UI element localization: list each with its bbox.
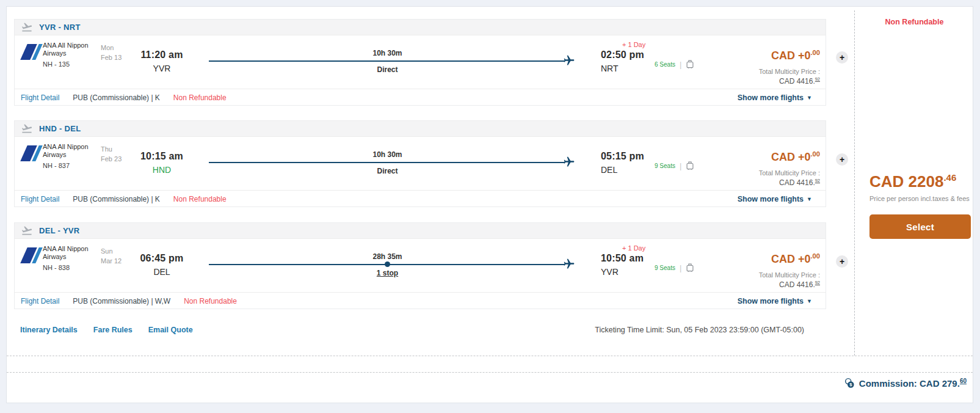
airline-logo xyxy=(20,43,42,61)
divider xyxy=(7,372,973,373)
day-label: Thu xyxy=(101,144,122,154)
segment-route: YVR - NRT xyxy=(39,23,81,32)
stops-label: Direct xyxy=(209,167,566,175)
segment-footer: Flight Detail PUB (Commissionable) | W,W… xyxy=(15,292,826,309)
seats-count: 9 Seats xyxy=(655,265,675,271)
departure-airport: HND xyxy=(128,165,195,175)
plane-icon xyxy=(563,258,575,270)
itinerary-card: YVR - NRT ANA All Nippon Airways NH - 13… xyxy=(6,6,973,403)
commission-value: Commission: CAD 279.60 xyxy=(859,378,967,389)
flight-number: NH - 837 xyxy=(43,162,101,170)
departure-time: 06:45 pm xyxy=(128,253,195,264)
segment-footer: Flight Detail PUB (Commissionable) | K N… xyxy=(15,89,826,106)
segment-route: HND - DEL xyxy=(39,124,81,133)
flight-number: NH - 135 xyxy=(43,60,101,68)
total-fare-block: CAD 2208.46 Price per person incl.taxes … xyxy=(869,172,967,202)
flight-row: ANA All Nippon Airways NH - 837 Thu Feb … xyxy=(15,137,826,190)
seats-count: 9 Seats xyxy=(655,163,675,169)
separator: | xyxy=(680,161,681,170)
segment-price-block: CAD +0.00 Total Multicity Price : CAD 44… xyxy=(759,252,820,289)
flight-detail-link[interactable]: Flight Detail xyxy=(21,195,59,203)
price-delta: CAD +0.00 xyxy=(759,150,820,164)
add-flight-button[interactable]: + xyxy=(836,255,848,268)
refundability-label: Non Refundable xyxy=(184,297,237,305)
segment-header: DEL - YVR xyxy=(15,223,826,239)
airline-name: ANA All Nippon Airways xyxy=(43,245,101,261)
price-delta: CAD +0.00 xyxy=(759,252,820,266)
email-quote-link[interactable]: Email Quote xyxy=(148,326,193,334)
select-button[interactable]: Select xyxy=(869,214,971,239)
separator: | xyxy=(680,263,681,272)
segment-header: HND - DEL xyxy=(15,121,826,137)
fare-code: PUB (Commissionable) | W,W xyxy=(73,297,170,305)
departure-time: 10:15 am xyxy=(128,151,195,162)
takeoff-plane-icon xyxy=(21,226,33,236)
total-price-value: CAD 4416.92 xyxy=(759,76,820,86)
departure-airport: YVR xyxy=(128,64,195,73)
flight-line xyxy=(209,60,565,62)
flight-number: NH - 838 xyxy=(43,264,101,272)
plane-icon xyxy=(563,54,575,67)
show-more-flights-link[interactable]: Show more flights▼ xyxy=(738,93,812,102)
total-fare: CAD 2208.46 xyxy=(869,172,967,191)
fare-rules-link[interactable]: Fare Rules xyxy=(93,326,132,334)
segment-price-block: CAD +0.00 Total Multicity Price : CAD 44… xyxy=(759,49,820,86)
commission-row: $ Commission: CAD 279.60 xyxy=(844,375,967,392)
departure-block: 10:15 am HND xyxy=(128,151,195,175)
airline-block: ANA All Nippon Airways NH - 135 xyxy=(43,42,101,68)
segment-header: YVR - NRT xyxy=(15,20,826,35)
svg-text:$: $ xyxy=(849,382,852,387)
duration-label: 10h 30m xyxy=(209,49,566,57)
flight-segment: YVR - NRT ANA All Nippon Airways NH - 13… xyxy=(14,19,826,106)
takeoff-plane-icon xyxy=(21,124,33,134)
flight-path: 10h 30m Direct xyxy=(209,137,575,190)
refundability-badge: Non Refundable xyxy=(855,18,974,26)
segment-footer: Flight Detail PUB (Commissionable) | K N… xyxy=(15,190,826,207)
ticketing-time-limit: Ticketing Time Limit: Sun, 05 Feb 2023 2… xyxy=(595,326,804,334)
fare-code: PUB (Commissionable) | K xyxy=(73,93,160,102)
itinerary-actions: Itinerary Details Fare Rules Email Quote… xyxy=(14,323,826,337)
duration-label: 28h 35m xyxy=(209,252,566,261)
chevron-down-icon: ▼ xyxy=(807,298,812,304)
departure-block: 11:20 am YVR xyxy=(128,49,195,73)
price-delta: CAD +0.00 xyxy=(759,49,820,62)
airline-logo xyxy=(20,144,42,163)
show-more-flights-link[interactable]: Show more flights▼ xyxy=(738,297,812,305)
airline-name: ANA All Nippon Airways xyxy=(43,42,101,57)
total-price-value: CAD 4416.92 xyxy=(759,280,820,289)
luggage-icon xyxy=(686,161,694,170)
day-label: Mon xyxy=(101,43,122,53)
plus-day-label: + 1 Day xyxy=(622,41,645,48)
flight-path: 10h 30m Direct xyxy=(209,35,575,89)
flight-detail-link[interactable]: Flight Detail xyxy=(21,297,59,305)
total-price-value: CAD 4416.92 xyxy=(759,178,820,187)
fare-summary-panel: Non Refundable CAD 2208.46 Price per per… xyxy=(855,7,974,356)
segment-price-block: CAD +0.00 Total Multicity Price : CAD 44… xyxy=(759,150,820,187)
flight-row: ANA All Nippon Airways NH - 838 Sun Mar … xyxy=(15,239,826,292)
flight-path: 28h 35m 1 stop xyxy=(209,239,575,292)
airline-name: ANA All Nippon Airways xyxy=(43,143,101,159)
flight-segment: DEL - YVR ANA All Nippon Airways NH - 83… xyxy=(14,222,826,309)
itinerary-details-link[interactable]: Itinerary Details xyxy=(20,326,78,334)
coins-icon: $ xyxy=(844,378,855,389)
divider xyxy=(7,356,973,356)
stop-dot xyxy=(385,261,390,267)
chevron-down-icon: ▼ xyxy=(807,95,812,101)
fare-code: PUB (Commissionable) | K xyxy=(73,195,160,203)
seats-block: 9 Seats | xyxy=(655,160,694,171)
show-more-flights-link[interactable]: Show more flights▼ xyxy=(738,195,812,203)
add-flight-button[interactable]: + xyxy=(836,51,848,64)
flight-row: ANA All Nippon Airways NH - 135 Mon Feb … xyxy=(15,35,826,89)
stops-label[interactable]: 1 stop xyxy=(209,269,566,277)
fare-note: Price per person incl.taxes & fees xyxy=(869,195,967,202)
refundability-label: Non Refundable xyxy=(173,93,227,102)
airline-logo xyxy=(20,246,42,265)
day-label: Sun xyxy=(101,246,122,256)
plus-day-label: + 1 Day xyxy=(622,244,645,252)
duration-label: 10h 30m xyxy=(209,150,566,159)
seats-block: 6 Seats | xyxy=(655,59,694,70)
segment-route: DEL - YVR xyxy=(39,226,80,235)
add-flight-button[interactable]: + xyxy=(836,153,848,166)
departure-airport: DEL xyxy=(128,267,195,277)
flight-detail-link[interactable]: Flight Detail xyxy=(21,93,59,102)
